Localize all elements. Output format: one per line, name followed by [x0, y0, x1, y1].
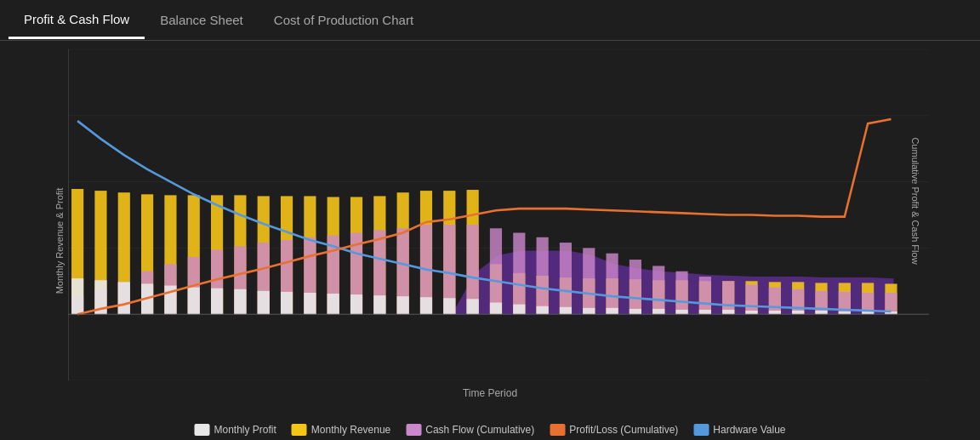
svg-rect-134: [328, 294, 339, 314]
chart-wrapper: 0.20 BTC 0.00 BTC 2.00 BTC 1.50 BTC 1.00…: [68, 49, 929, 380]
legend-profitloss: Profit/Loss (Cumulative): [550, 424, 678, 436]
svg-rect-109: [583, 248, 595, 314]
svg-rect-114: [699, 277, 711, 314]
svg-rect-155: [815, 311, 827, 314]
svg-rect-118: [792, 289, 804, 314]
svg-rect-116: [745, 285, 757, 315]
svg-rect-108: [560, 243, 572, 314]
svg-rect-135: [350, 294, 362, 314]
svg-rect-132: [281, 292, 293, 314]
svg-rect-141: [490, 303, 502, 315]
svg-rect-145: [583, 308, 595, 314]
svg-rect-144: [560, 307, 572, 314]
legend-swatch-hardware: [693, 424, 709, 436]
svg-rect-146: [607, 308, 618, 314]
svg-rect-142: [513, 305, 525, 315]
tab-profit-cashflow[interactable]: Profit & Cash Flow: [9, 2, 145, 39]
tab-bar: Profit & Cash Flow Balance Sheet Cost of…: [0, 0, 980, 41]
svg-rect-152: [745, 311, 757, 314]
legend-label-hardware: Hardware Value: [713, 424, 785, 436]
svg-rect-106: [513, 233, 525, 315]
svg-rect-125: [118, 282, 130, 314]
svg-rect-139: [443, 298, 455, 314]
svg-rect-133: [304, 293, 316, 314]
svg-rect-112: [652, 266, 664, 314]
svg-rect-154: [792, 311, 804, 314]
legend-label-revenue: Monthly Revenue: [311, 424, 390, 436]
svg-rect-143: [537, 306, 549, 314]
svg-rect-111: [630, 260, 641, 314]
chart-svg: 0.20 BTC 0.00 BTC 2.00 BTC 1.50 BTC 1.00…: [68, 49, 929, 380]
svg-rect-117: [769, 288, 781, 315]
svg-rect-130: [234, 289, 246, 314]
legend-label-profitloss: Profit/Loss (Cumulative): [569, 424, 678, 436]
legend-hardware: Hardware Value: [693, 424, 785, 436]
svg-rect-131: [258, 291, 270, 314]
svg-rect-128: [188, 288, 200, 315]
legend-cashflow: Cash Flow (Cumulative): [406, 424, 534, 436]
legend-label-cashflow: Cash Flow (Cumulative): [425, 424, 534, 436]
svg-rect-149: [675, 310, 687, 314]
legend-monthly-profit: Monthly Profit: [195, 424, 276, 436]
x-axis-label: Time Period: [463, 387, 517, 399]
svg-rect-147: [630, 309, 641, 314]
svg-rect-115: [722, 281, 734, 314]
legend-swatch-profitloss: [550, 424, 565, 436]
svg-rect-148: [652, 309, 664, 314]
app-container: Profit & Cash Flow Balance Sheet Cost of…: [0, 0, 980, 440]
svg-rect-153: [769, 311, 781, 314]
legend-swatch-cashflow: [406, 424, 421, 436]
legend-swatch-profit: [195, 424, 210, 436]
tab-cost-production[interactable]: Cost of Production Chart: [259, 3, 429, 37]
svg-rect-129: [211, 289, 223, 314]
legend-monthly-revenue: Monthly Revenue: [292, 424, 390, 436]
y-axis-left-label: Monthly Revenue & Profit: [54, 187, 65, 294]
svg-rect-151: [722, 310, 734, 314]
chart-legend: Monthly Profit Monthly Revenue Cash Flow…: [195, 424, 786, 436]
tab-balance-sheet[interactable]: Balance Sheet: [145, 3, 259, 37]
legend-swatch-revenue: [292, 424, 307, 436]
svg-rect-137: [397, 296, 409, 314]
svg-rect-138: [420, 297, 432, 314]
svg-rect-150: [699, 310, 711, 314]
svg-rect-140: [467, 299, 479, 314]
svg-rect-113: [675, 271, 687, 314]
chart-area: Monthly Revenue & Profit Cumulative Prof…: [0, 41, 980, 440]
svg-rect-107: [537, 237, 549, 314]
svg-rect-105: [490, 228, 502, 314]
svg-rect-136: [373, 295, 385, 314]
svg-rect-123: [71, 278, 83, 314]
legend-label-profit: Monthly Profit: [214, 424, 276, 436]
svg-rect-110: [607, 254, 618, 314]
